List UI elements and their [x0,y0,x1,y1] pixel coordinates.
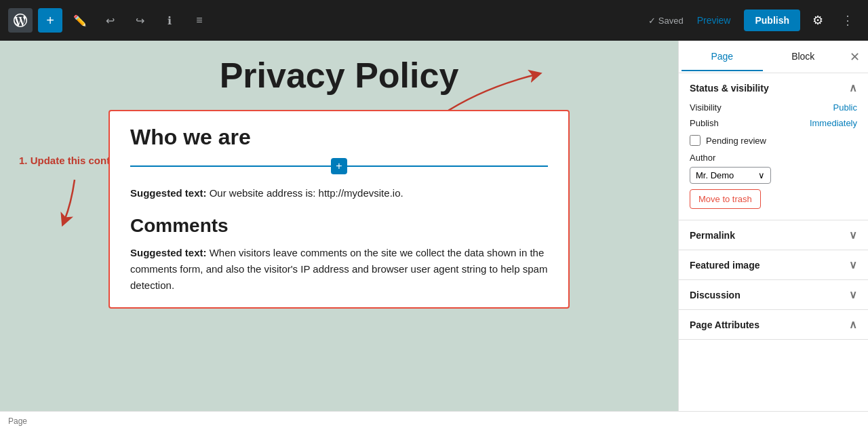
author-label: Author [690,153,857,163]
check-icon: ✓ [648,16,656,26]
sidebar-header: Page Block ✕ [679,41,868,73]
status-bar: Page [0,411,868,430]
publish-label: Publish [690,118,719,128]
saved-label: Saved [658,16,684,26]
section2-heading: Comments [130,215,548,237]
add-block-button[interactable]: + [38,8,62,33]
content-block[interactable]: Who we are + Suggested text: Our website… [108,110,570,309]
wordpress-icon [14,14,27,27]
sidebar-close-button[interactable]: ✕ [844,46,865,68]
divider-line-right [347,165,548,167]
move-to-trash-button[interactable]: Move to trash [690,189,761,209]
wp-logo[interactable] [8,8,33,33]
featured-image-header[interactable]: Featured image ∨ [679,250,868,279]
status-visibility-header[interactable]: Status & visibility ∧ [679,73,868,102]
chevron-down-icon: ∨ [758,170,765,180]
author-value: Mr. Demo [696,170,734,180]
section1-heading: Who we are [130,125,548,150]
chevron-up-icon: ∧ [849,81,857,94]
insert-block-button[interactable]: + [331,158,347,174]
section2-text: Suggested text: When visitors leave comm… [130,245,548,294]
more-options-button[interactable]: ⋮ [835,8,860,33]
visibility-value[interactable]: Public [833,102,857,113]
status-bar-label: Page [8,416,27,426]
chevron-down-icon-permalink: ∨ [849,229,857,241]
status-visibility-section: Status & visibility ∧ Visibility Public … [679,73,868,220]
page-attributes-header[interactable]: Page Attributes ∧ [679,310,868,339]
permalink-label: Permalink [690,230,735,241]
section1-text: Suggested text: Our website address is: … [130,185,548,201]
preview-button[interactable]: Preview [689,11,739,30]
block-divider: + [130,158,548,174]
discussion-header[interactable]: Discussion ∨ [679,280,868,309]
pending-review-label: Pending review [706,136,766,146]
page-attributes-label: Page Attributes [690,319,760,330]
publish-value[interactable]: Immediately [810,118,857,128]
pending-review-checkbox[interactable] [690,135,701,146]
status-visibility-body: Visibility Public Publish Immediately Pe… [679,102,868,220]
chevron-up-icon-attributes: ∧ [849,318,857,331]
topbar: + ✏️ ↩ ↪ ℹ ≡ ✓ Saved Preview Publish ⚙ ⋮ [0,0,868,41]
permalink-header[interactable]: Permalink ∨ [679,220,868,250]
editor-area: 1. Update this content 2. After content … [0,41,678,411]
redo-button[interactable]: ↪ [127,8,152,33]
featured-image-label: Featured image [690,260,760,271]
publish-row: Publish Immediately [690,118,857,128]
sidebar: Page Block ✕ Status & visibility ∧ Visib… [678,41,868,411]
list-view-button[interactable]: ≡ [187,8,212,33]
page-attributes-section: Page Attributes ∧ [679,310,868,340]
pending-review-row: Pending review [690,135,857,146]
settings-button[interactable]: ⚙ [806,8,830,33]
publish-button[interactable]: Publish [744,9,800,31]
tab-page[interactable]: Page [682,43,763,71]
featured-image-section: Featured image ∨ [679,250,868,280]
permalink-section: Permalink ∨ [679,220,868,250]
undo-button[interactable]: ↩ [98,8,122,33]
divider-line-left [130,165,331,167]
page-title-area: Privacy Policy [27,54,651,96]
chevron-down-icon-featured: ∨ [849,258,857,271]
edit-icon-button[interactable]: ✏️ [68,8,92,33]
info-button[interactable]: ℹ [157,8,182,33]
visibility-row: Visibility Public [690,102,857,113]
discussion-section: Discussion ∨ [679,280,868,310]
saved-status: ✓ Saved [648,16,684,26]
visibility-label: Visibility [690,102,722,113]
arrow-1 [54,176,95,233]
chevron-down-icon-discussion: ∨ [849,288,857,301]
status-visibility-label: Status & visibility [690,83,769,94]
page-title[interactable]: Privacy Policy [27,54,651,96]
tab-block[interactable]: Block [763,43,844,71]
discussion-label: Discussion [690,290,741,300]
main-layout: 1. Update this content 2. After content … [0,41,868,411]
author-select[interactable]: Mr. Demo ∨ [690,167,771,184]
